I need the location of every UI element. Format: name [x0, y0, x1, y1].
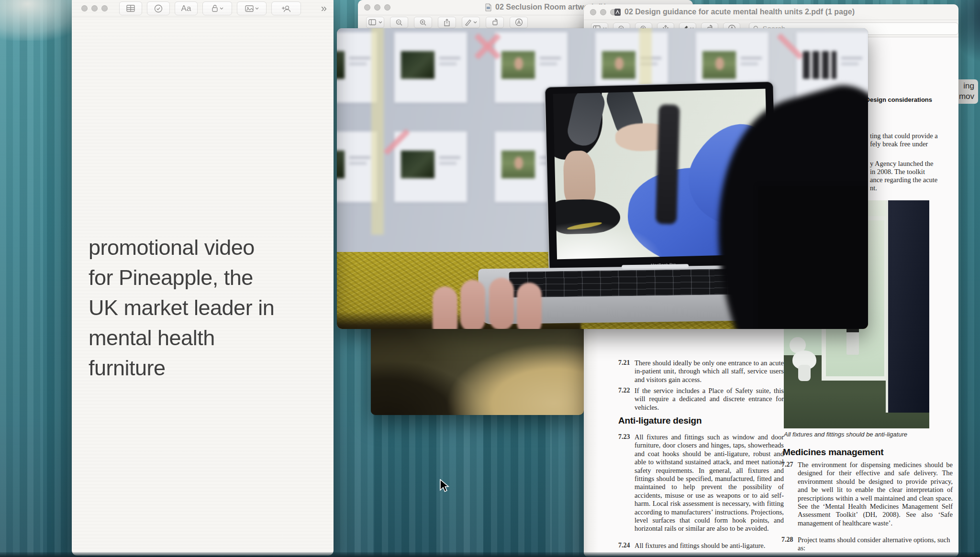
close-button[interactable] [590, 9, 596, 15]
pdf-paragraph: If the service includes a Place of Safet… [635, 387, 784, 412]
chevron-down-icon [255, 7, 259, 10]
zoom-button[interactable] [101, 5, 108, 11]
paragraph-number: 7.22 [618, 387, 630, 394]
notes-toolbar: Aa » [72, 0, 334, 17]
markup-pen-icon [465, 19, 472, 26]
wallpaper-bottom-shadow [0, 552, 980, 557]
annotate-icon [515, 18, 523, 26]
pdf-paragraph: All fixtures and fittings such as window… [635, 433, 784, 533]
overflow-chevrons[interactable]: » [321, 3, 327, 14]
paragraph-number: 7.28 [781, 536, 793, 544]
pdf-text-fragment: fely break free under [870, 140, 928, 148]
text-style-label: Aa [181, 4, 191, 13]
window-title-text: 02 Design guidance for acute mental heal… [624, 8, 855, 16]
pdf-text-fragment: y Agency launched the [870, 160, 933, 168]
paragraph-number: 7.27 [781, 461, 793, 469]
document-icon [485, 3, 492, 11]
window-controls [72, 5, 108, 11]
lock-icon [212, 4, 218, 12]
pdf-text-fragment: ance regarding the acute [870, 176, 937, 184]
pdf-file-icon [614, 8, 621, 16]
pdf-heading: Medicines management [783, 447, 883, 458]
paragraph-number: 7.24 [618, 542, 630, 549]
pdf-text-fragment: nt. [870, 184, 877, 192]
annotate-button[interactable] [510, 17, 528, 28]
minimize-button[interactable] [374, 4, 380, 11]
table-icon [126, 5, 135, 12]
zoom-out-button[interactable] [390, 17, 408, 28]
checklist-button[interactable] [147, 1, 170, 15]
foreground-hand [433, 286, 543, 329]
pdf-paragraph: All fixtures and fittings should be anti… [635, 542, 784, 550]
laptop-latch [622, 264, 689, 269]
sidebar-icon [368, 19, 377, 26]
photo-caption: All fixtures and fittings should be anti… [784, 431, 907, 438]
close-button[interactable] [81, 5, 88, 11]
photo-detail [790, 337, 816, 374]
pdf-paragraph: Project teams should consider alternativ… [798, 536, 953, 553]
storyboard-sheet [394, 131, 467, 202]
window-controls [358, 4, 390, 11]
pdf-heading: Anti-ligature design [618, 415, 702, 426]
minimize-button[interactable] [600, 9, 606, 15]
pdf-paragraph: There should ideally be only one entranc… [635, 359, 784, 384]
share-icon [444, 19, 450, 26]
pdf-titlebar[interactable]: 02 Design guidance for acute mental heal… [584, 4, 958, 20]
note-line: for Pineapple, the [89, 262, 318, 293]
media-icon [245, 5, 254, 12]
promo-video-window[interactable]: MacBook Pro [337, 28, 868, 329]
window-title: 02 Design guidance for acute mental heal… [614, 8, 855, 16]
chevron-down-icon [379, 21, 382, 24]
chevron-down-icon [220, 7, 223, 10]
table-button[interactable] [119, 1, 142, 15]
section-header: 7 Design considerations [860, 96, 932, 103]
zoom-in-button[interactable] [414, 17, 432, 28]
note-line: furniture [89, 353, 318, 383]
note-text[interactable]: promotional video for Pineapple, the UK … [89, 232, 318, 383]
mouse-cursor [439, 479, 450, 495]
pdf-text-fragment: ting that could provide a [870, 132, 938, 140]
window-controls [584, 9, 616, 15]
checklist-icon [154, 4, 163, 13]
pdf-text-fragment: in 2008. The toolkit [870, 168, 925, 176]
note-line: promotional video [89, 232, 318, 262]
close-button[interactable] [364, 4, 370, 11]
zoom-out-icon [395, 19, 403, 26]
minimize-button[interactable] [91, 5, 98, 11]
zoom-in-icon [419, 19, 427, 26]
desktop: ing mov 02 Seclusion Room artwork (H [0, 0, 980, 557]
photo-detail [886, 200, 929, 413]
paragraph-number: 7.21 [618, 359, 630, 367]
tape-strip [371, 28, 384, 235]
pdf-paragraph: The environment for dispensing medicines… [798, 461, 953, 527]
foreground-silhouette [758, 186, 868, 329]
zoom-button[interactable] [384, 4, 390, 11]
chevron-down-icon [473, 21, 477, 24]
storyboard-sheet [394, 32, 467, 103]
arrow-cursor-icon [439, 479, 450, 493]
text-style-button[interactable]: Aa [175, 1, 198, 15]
add-person-icon [281, 5, 291, 12]
lock-button[interactable] [202, 1, 232, 15]
note-line: UK market leader in [89, 293, 318, 323]
notes-window: Aa » promotional video for Pineapple, th… [72, 0, 334, 556]
note-line: mental health [89, 323, 318, 353]
rotate-button[interactable] [486, 17, 504, 28]
markup-button[interactable] [462, 17, 480, 28]
rotate-left-icon [491, 19, 499, 26]
notes-toolbar-buttons: Aa [119, 1, 301, 15]
paragraph-number: 7.23 [618, 433, 630, 441]
media-button[interactable] [237, 1, 267, 15]
sidebar-view-button[interactable] [366, 17, 384, 28]
photo-detail [846, 328, 859, 355]
share-button[interactable] [438, 17, 456, 28]
collaborate-button[interactable] [271, 1, 301, 15]
